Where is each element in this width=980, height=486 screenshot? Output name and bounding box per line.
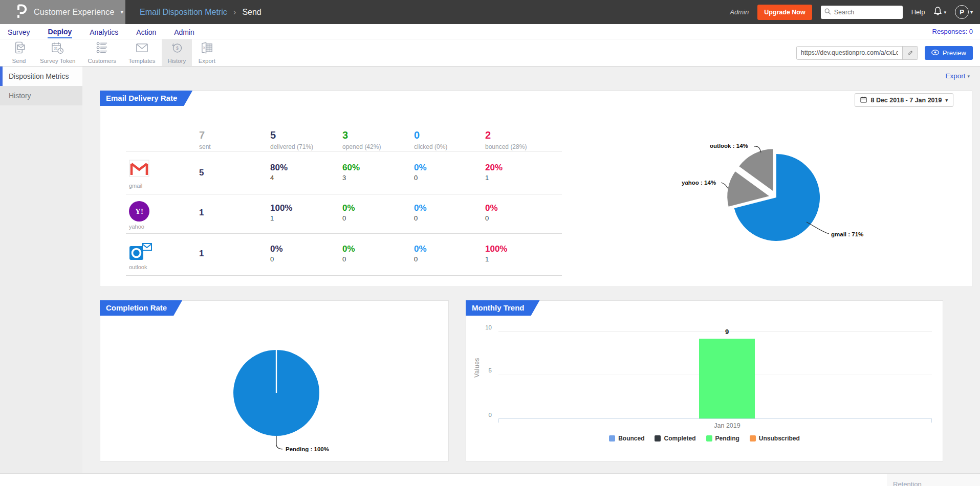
- count-value: 1: [485, 255, 507, 263]
- pie-label-yahoo: yahoo : 14%: [682, 180, 716, 186]
- pie-label-outlook: outlook : 14%: [710, 143, 748, 149]
- leader-line: [276, 436, 282, 449]
- panel-title-ribbon: Email Delivery Rate: [100, 91, 192, 106]
- completion-pie-chart: Pending : 100%: [195, 325, 364, 458]
- help-link[interactable]: Help: [911, 8, 925, 16]
- email-delivery-rate-panel: Email Delivery Rate 8 Dec 2018 - 7 Jan 2…: [100, 91, 972, 287]
- toolbar-export[interactable]: X Export: [192, 39, 222, 66]
- legend-unsubscribed[interactable]: Unsubscribed: [750, 435, 800, 442]
- divider: [126, 275, 562, 276]
- legend-label: Completed: [664, 435, 695, 442]
- bottom-right-widget-partial[interactable]: Retention: [887, 474, 980, 486]
- count-value: 0: [270, 255, 283, 263]
- export-dropdown-label: Export: [945, 72, 965, 80]
- chevron-down-icon: ▾: [945, 98, 948, 103]
- pct-value: 0%: [414, 244, 427, 254]
- pct-value: 0%: [342, 244, 355, 254]
- responses-count[interactable]: Responses: 0: [932, 28, 973, 35]
- provider-label: gmail: [129, 183, 142, 189]
- provider-label: outlook: [129, 264, 147, 270]
- eye-icon: [931, 49, 939, 57]
- completion-rate-panel: Completion Rate Pending : 100%: [100, 300, 449, 461]
- toolbar-history[interactable]: $ History: [162, 39, 192, 66]
- send-icon: [13, 41, 26, 56]
- tab-survey[interactable]: Survey: [7, 26, 31, 38]
- tab-analytics[interactable]: Analytics: [89, 26, 119, 38]
- export-dropdown[interactable]: Export ▾: [945, 72, 970, 80]
- primary-nav: Survey Deploy Analytics Action Admin Res…: [0, 24, 980, 39]
- count-value: 0: [342, 255, 355, 263]
- account-menu[interactable]: P ▾: [955, 5, 973, 19]
- breadcrumb: Email Disposition Metric › Send: [140, 7, 262, 17]
- outlook-clicked: 0% 0: [414, 244, 427, 263]
- summary-opened-value: 3: [342, 129, 381, 141]
- count-value: 1: [270, 214, 292, 222]
- chevron-down-icon: ▾: [121, 9, 123, 15]
- upgrade-now-button[interactable]: Upgrade Now: [757, 5, 812, 20]
- toolbar-templates[interactable]: Templates: [122, 39, 161, 66]
- summary-sent-label: sent: [199, 143, 211, 150]
- count-value: 3: [342, 174, 360, 182]
- count-value: 4: [270, 174, 288, 182]
- gmail-opened: 60% 3: [342, 163, 360, 182]
- legend-label: Unsubscribed: [759, 435, 800, 442]
- yahoo-sent: 1: [199, 208, 204, 218]
- yahoo-clicked: 0% 0: [414, 203, 427, 222]
- tab-admin[interactable]: Admin: [173, 26, 195, 38]
- summary-delivered: 5 delivered (71%): [270, 129, 313, 150]
- count-value: 0: [414, 255, 427, 263]
- sidebar-item-history[interactable]: History: [0, 86, 82, 105]
- global-search[interactable]: [821, 6, 903, 19]
- survey-url-input[interactable]: [797, 47, 902, 59]
- legend-pending[interactable]: Pending: [706, 435, 739, 442]
- workspace-switcher[interactable]: Customer Experience ▾: [0, 0, 125, 24]
- toolbar-customers[interactable]: Customers: [81, 39, 122, 66]
- legend-swatch: [706, 435, 712, 441]
- workspace-name: Customer Experience: [34, 8, 115, 17]
- yahoo-opened: 0% 0: [342, 203, 355, 222]
- search-input[interactable]: [834, 9, 899, 16]
- legend-completed[interactable]: Completed: [655, 435, 695, 442]
- count-value: 0: [485, 214, 498, 222]
- top-bar: Customer Experience ▾ Email Disposition …: [0, 0, 980, 24]
- pct-value: 80%: [270, 163, 288, 173]
- panel-title-ribbon: Completion Rate: [100, 300, 182, 316]
- tab-action[interactable]: Action: [136, 26, 157, 38]
- chevron-down-icon: ▾: [967, 74, 970, 79]
- y-tick-5: 5: [478, 367, 492, 373]
- panel-title-ribbon: Monthly Trend: [466, 300, 540, 316]
- monthly-trend-panel: Monthly Trend Values 10 5 0 9 Jan 2019 B…: [466, 300, 943, 461]
- summary-clicked: 0 clicked (0%): [414, 129, 447, 150]
- tab-deploy[interactable]: Deploy: [48, 25, 73, 38]
- summary-opened-label: opened (42%): [342, 143, 381, 150]
- leader-line: [721, 183, 728, 188]
- summary-clicked-value: 0: [414, 129, 447, 141]
- svg-text:31: 31: [54, 47, 58, 50]
- notifications-menu[interactable]: ▾: [933, 6, 946, 18]
- search-icon: [824, 8, 831, 17]
- legend-swatch: [655, 435, 661, 441]
- count-value: 0: [414, 174, 427, 182]
- summary-bounced-value: 2: [485, 129, 527, 141]
- sidebar-item-disposition-metrics[interactable]: Disposition Metrics: [0, 67, 82, 86]
- date-range-picker[interactable]: 8 Dec 2018 - 7 Jan 2019 ▾: [855, 93, 953, 107]
- calendar-icon: [860, 96, 867, 104]
- toolbar-survey-token-label: Survey Token: [40, 58, 75, 64]
- bar-value-label: 9: [699, 328, 755, 336]
- outlook-delivered: 0% 0: [270, 244, 283, 263]
- count-value: 0: [342, 214, 355, 222]
- axis-tick: [498, 418, 499, 423]
- breadcrumb-survey-link[interactable]: Email Disposition Metric: [140, 8, 227, 17]
- provider-pie-chart: outlook : 14% yahoo : 14% gmail : 71%: [676, 131, 906, 251]
- bar-pending-jan2019[interactable]: [699, 339, 755, 418]
- preview-button[interactable]: Preview: [925, 46, 973, 60]
- toolbar-survey-token[interactable]: 31 Survey Token: [34, 39, 81, 66]
- edit-url-button[interactable]: [902, 47, 918, 59]
- toolbar-send[interactable]: Send: [4, 39, 34, 66]
- spreadsheet-export-icon: X: [201, 41, 213, 56]
- y-tick-10: 10: [478, 324, 492, 330]
- legend-swatch: [609, 435, 615, 441]
- y-tick-0: 0: [478, 412, 492, 418]
- legend-bounced[interactable]: Bounced: [609, 435, 644, 442]
- pie-label-pending: Pending : 100%: [286, 446, 329, 452]
